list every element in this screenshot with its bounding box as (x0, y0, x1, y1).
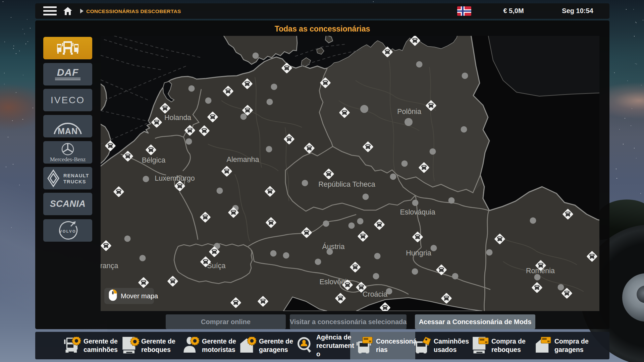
svg-text:Croácia: Croácia (363, 290, 387, 298)
svg-text:RENAULT: RENAULT (63, 173, 89, 178)
svg-text:MAN: MAN (58, 126, 78, 135)
svg-text:Bélgica: Bélgica (142, 156, 166, 164)
svg-text:Luxemburgo: Luxemburgo (155, 174, 195, 182)
svg-text:Eslováquia: Eslováquia (400, 208, 435, 216)
svg-text:França: França (101, 262, 118, 270)
svg-text:Holanda: Holanda (164, 114, 191, 122)
svg-text:Polônia: Polônia (397, 108, 421, 116)
svg-text:Hungria: Hungria (406, 249, 431, 257)
svg-text:TRUCKS: TRUCKS (63, 179, 86, 184)
svg-text:VOLVO: VOLVO (59, 229, 76, 233)
svg-text:Áustria: Áustria (322, 242, 345, 251)
svg-text:Mercedes-Benz: Mercedes-Benz (50, 156, 86, 163)
svg-text:Alemanha: Alemanha (227, 156, 259, 164)
svg-text:República Tcheca: República Tcheca (318, 180, 375, 188)
